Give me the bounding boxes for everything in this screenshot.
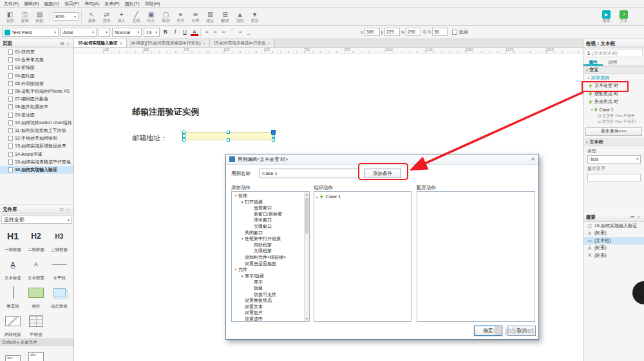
selection-handle[interactable] xyxy=(227,138,230,142)
selection-anchor-handle[interactable] xyxy=(271,130,276,134)
menu-item[interactable]: 视图(V) xyxy=(41,1,61,7)
widget-item[interactable]: 内联框架 xyxy=(1,310,24,338)
canvas-tab[interactable]: 15-如何实现表格选中行变色 × xyxy=(210,39,275,47)
action-tree-item[interactable]: ▴ 打开链接 xyxy=(232,199,309,205)
canvas-tab[interactable]: (中继器)(15-如何实现表格选中行变色) × xyxy=(127,39,210,47)
page-tree-item[interactable]: 05-外部图链接 xyxy=(0,80,73,88)
action-tree-item[interactable]: ▴ 父级框架 xyxy=(232,248,309,254)
bold-button[interactable]: B xyxy=(162,28,169,37)
toolbar-button[interactable]: ▢ 取消 xyxy=(158,10,173,23)
font-style-select[interactable]: Normal xyxy=(112,28,142,37)
action-tree-item[interactable]: ▴ 显示/隐藏 xyxy=(232,273,309,279)
widget-item[interactable]: 垂直线 xyxy=(1,282,24,310)
action-tree-item[interactable]: ▴ 父级窗口 xyxy=(232,223,309,230)
toolbar-button[interactable]: ▶ 预览 xyxy=(599,10,614,23)
align-icon[interactable]: = xyxy=(236,28,244,37)
action-tree-item[interactable]: ▴ 关闭窗口 xyxy=(232,230,309,236)
toolbar-button[interactable]: ╱ 直线 xyxy=(129,10,144,23)
close-icon[interactable]: × xyxy=(268,41,270,46)
add-condition-button[interactable]: 添加条件 xyxy=(364,169,401,178)
action-tree-item[interactable]: ▴ 元件 xyxy=(232,266,309,273)
close-icon[interactable]: × xyxy=(203,41,205,46)
panel-tool-icon[interactable]: ⌕ xyxy=(66,41,71,47)
page-tree-item[interactable]: 06-适配手机端的iPhone XS xyxy=(0,88,73,95)
action-tree-item[interactable]: ▴ 设置自适应视图 xyxy=(232,261,309,267)
event-row[interactable]: 失去焦点 时 xyxy=(583,98,644,106)
widget-item[interactable]: 热区 xyxy=(24,282,48,310)
widget-item[interactable]: 中继器 xyxy=(24,310,48,338)
add-case-link[interactable]: + 添加用例 xyxy=(583,74,644,82)
zoom-select[interactable]: 80% ▾ xyxy=(53,12,79,21)
widget-item[interactable]: 水平线 xyxy=(48,254,71,282)
toolbar-button[interactable]: ◧ 剪切 xyxy=(3,10,17,23)
menu-item[interactable]: 帮助(H) xyxy=(142,1,163,7)
canvas-heading-text[interactable]: 邮箱注册验证实例 xyxy=(132,106,199,118)
menu-item[interactable]: 编辑(E) xyxy=(21,1,41,7)
selection-handle[interactable] xyxy=(227,131,230,134)
ok-button[interactable]: 确定 xyxy=(474,326,502,336)
selection-handle[interactable] xyxy=(272,134,275,138)
outline-item[interactable]: A (矩形) xyxy=(583,230,644,237)
link-dimensions-icon[interactable]: ⧉ xyxy=(422,30,427,35)
action-tree-item[interactable]: ▴ 当前窗口 xyxy=(232,205,309,211)
panel-tool-icon[interactable]: ≔ xyxy=(58,207,66,213)
toolbar-button[interactable]: ▲ 顶层 xyxy=(232,10,247,23)
organized-case-item[interactable]: ▴ Case 1 xyxy=(314,192,411,201)
outline-item[interactable]: A (矩形) xyxy=(583,245,644,252)
toolbar-button[interactable]: ◫ 复制 xyxy=(17,10,32,23)
more-events-button[interactable]: 更多事件>>> xyxy=(585,127,642,136)
action-tree-item[interactable]: ▴ 新窗口/新标签 xyxy=(232,211,309,218)
selection-handle[interactable] xyxy=(182,134,185,138)
canvas-tab[interactable]: 16-如何实现输入验证 × xyxy=(74,39,127,47)
toolbar-button[interactable]: + 插入 xyxy=(114,10,129,23)
w-input[interactable]: 290 xyxy=(406,28,421,36)
page-tree-item[interactable]: 03-折线图 xyxy=(0,64,73,71)
h-input[interactable]: 36 xyxy=(432,28,448,36)
hint-input[interactable] xyxy=(587,174,641,181)
menu-item[interactable]: 项目(P) xyxy=(62,1,82,7)
widget-item[interactable]: A 文本段落 xyxy=(24,254,48,282)
close-icon[interactable]: × xyxy=(119,41,122,46)
page-tree-item[interactable]: 08-图片轮播效果 xyxy=(0,103,73,111)
page-tree-item[interactable]: 01-快讯页 xyxy=(0,48,73,56)
align-icon[interactable]: _ xyxy=(245,28,252,37)
textfield-section-header[interactable]: 文本框 xyxy=(583,138,644,146)
page-tree-item[interactable]: 02-合并单元格 xyxy=(0,56,73,64)
case-row[interactable]: ▾ Case 1 xyxy=(583,106,644,113)
hidden-toggle[interactable]: 隐藏 xyxy=(452,29,468,35)
align-icon[interactable]: ≡ xyxy=(203,28,211,37)
selection-handle[interactable] xyxy=(182,138,185,142)
panel-tool-icon[interactable]: ⌕ xyxy=(66,207,71,213)
toolbar-button[interactable]: ▣ 组合 xyxy=(144,10,158,23)
menu-item[interactable]: 布局(A) xyxy=(82,1,102,7)
cancel-button[interactable]: 取消 xyxy=(507,326,536,336)
toolbar-button[interactable]: ↗ 共享 xyxy=(616,10,631,23)
action-tree-item[interactable]: ▴ 隐藏 xyxy=(232,285,309,292)
widget-item[interactable]: H3 三级标题 xyxy=(48,225,71,254)
outline-item[interactable]: ▢ 16-如何实现输入验证 xyxy=(583,222,644,230)
toolbar-button[interactable]: ↖ 选择 xyxy=(84,10,99,23)
widget-library-select[interactable]: 选择全部 xyxy=(1,216,72,224)
event-row[interactable]: 文本改变 时 xyxy=(583,82,644,90)
widget-item[interactable]: 动态面板 xyxy=(48,282,71,310)
align-icon[interactable]: ≡ xyxy=(220,28,227,37)
action-tree-item[interactable]: ▴ 内联框架 xyxy=(232,242,309,248)
scrollbar-thumb[interactable] xyxy=(305,198,308,234)
scrollbar[interactable]: ▲ ▼ xyxy=(304,192,309,321)
event-row[interactable]: 获取焦点 时 xyxy=(583,90,644,98)
widget-item[interactable]: H2 二级标题 xyxy=(24,225,48,254)
outline-item[interactable]: ▭ (文本框) xyxy=(583,237,644,245)
action-tree-item[interactable]: ▴ 设置面板状态 xyxy=(232,297,309,304)
page-tree-item[interactable]: 12-手绘效果如何绘制 xyxy=(0,134,73,142)
inspector-tab[interactable]: 属性 xyxy=(583,58,603,66)
align-icon[interactable]: ≡ xyxy=(211,28,219,37)
font-variant-select[interactable] xyxy=(99,28,110,37)
italic-button[interactable]: I xyxy=(171,28,179,37)
toolbar-button[interactable]: ▼ 底层 xyxy=(247,10,262,23)
menu-item[interactable]: 文件(F) xyxy=(1,1,21,7)
toolbar-button[interactable]: ⇄ 连接 xyxy=(99,10,114,23)
dialog-titlebar[interactable]: 用例编辑<文本改变 时> ✕ xyxy=(226,154,538,165)
hidden-checkbox[interactable] xyxy=(452,30,457,35)
page-tree-item[interactable]: 07-编辑图片颜色 xyxy=(0,95,73,103)
widget-item[interactable]: abc xyxy=(24,346,48,361)
